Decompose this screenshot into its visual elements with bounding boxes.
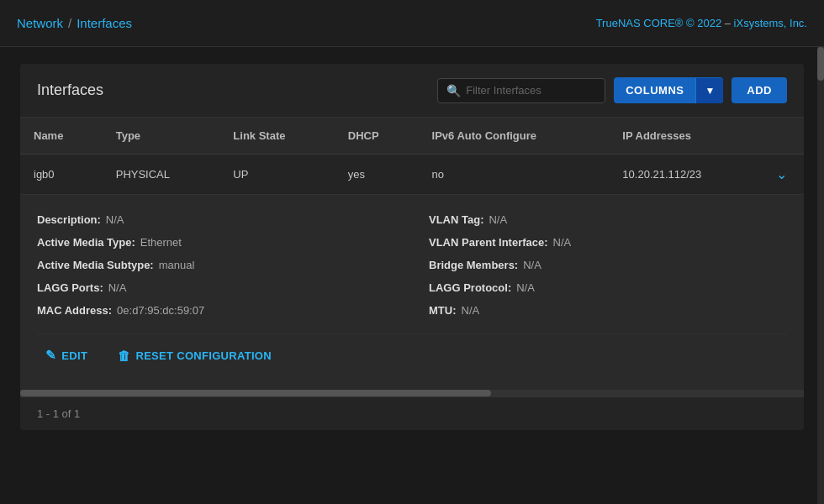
cell-expand[interactable]: ⌄: [763, 155, 804, 195]
col-ip-addresses: IP Addresses: [609, 118, 763, 155]
detail-active-media-type-value: Ethernet: [140, 236, 182, 249]
columns-button[interactable]: COLUMNS ▼: [614, 77, 723, 103]
detail-description-label: Description:: [37, 213, 101, 226]
breadcrumb-interfaces[interactable]: Interfaces: [77, 16, 132, 30]
detail-description: Description: N/A: [37, 210, 395, 229]
col-actions-header: [763, 118, 804, 155]
detail-mtu-label: MTU:: [429, 304, 457, 317]
cell-type: PHYSICAL: [103, 155, 220, 195]
detail-bridge-members-value: N/A: [523, 259, 541, 271]
cell-ipv6-auto: no: [419, 155, 610, 195]
cell-link-state: UP: [219, 155, 334, 195]
table-header-row: Name Type Link State DHCP IPv6 Auto Conf…: [20, 118, 804, 155]
detail-mac-label: MAC Address:: [37, 304, 112, 317]
detail-vlan-tag: VLAN Tag: N/A: [429, 210, 787, 229]
edit-label: EDIT: [61, 349, 87, 362]
detail-lagg-protocol-value: N/A: [516, 281, 535, 294]
detail-active-media-subtype-label: Active Media Subtype:: [37, 259, 154, 271]
detail-active-media-subtype: Active Media Subtype: manual: [37, 255, 395, 275]
reset-label: RESET CONFIGURATION: [135, 349, 271, 362]
cell-ip-addresses: 10.20.21.112/23: [609, 155, 763, 195]
breadcrumb-network[interactable]: Network: [17, 16, 63, 30]
detail-mtu: MTU: N/A: [429, 301, 787, 320]
add-button[interactable]: ADD: [732, 77, 787, 103]
col-type: Type: [103, 118, 220, 155]
edit-icon: ✎: [45, 348, 56, 363]
horizontal-scrollbar[interactable]: [20, 390, 804, 396]
card-header: Interfaces 🔍 COLUMNS ▼ ADD: [20, 64, 804, 118]
card-title: Interfaces: [37, 81, 103, 99]
detail-active-media-subtype-value: manual: [159, 259, 195, 271]
header-actions: 🔍 COLUMNS ▼ ADD: [437, 77, 787, 103]
col-link-state: Link State: [219, 118, 334, 155]
topbar-brand: TrueNAS CORE® © 2022 – iXsystems, Inc.: [596, 17, 807, 29]
detail-active-media-type-label: Active Media Type:: [37, 236, 135, 249]
table-row[interactable]: igb0 PHYSICAL UP yes no 10.20.21.112/23 …: [20, 155, 804, 195]
interfaces-table: Name Type Link State DHCP IPv6 Auto Conf…: [20, 118, 804, 390]
scrollbar-thumb[interactable]: [20, 390, 491, 396]
vertical-scrollbar-thumb[interactable]: [817, 47, 824, 81]
detail-lagg-protocol-label: LAGG Protocol:: [429, 281, 511, 294]
breadcrumb-separator: /: [68, 16, 71, 30]
search-box[interactable]: 🔍: [437, 78, 605, 103]
detail-vlan-parent-label: VLAN Parent Interface:: [429, 236, 548, 249]
detail-lagg-ports-value: N/A: [108, 281, 127, 294]
detail-lagg-ports: LAGG Ports: N/A: [37, 278, 395, 297]
detail-cell: Description: N/A VLAN Tag: N/A Active Me…: [20, 195, 804, 391]
expand-icon[interactable]: ⌄: [776, 166, 787, 182]
vertical-scrollbar[interactable]: [817, 47, 824, 504]
detail-lagg-protocol: LAGG Protocol: N/A: [429, 278, 787, 297]
columns-button-label: COLUMNS: [614, 77, 695, 103]
trash-icon: 🗑: [118, 349, 130, 363]
brand-link[interactable]: iXsystems, Inc.: [734, 17, 807, 29]
reset-config-button[interactable]: 🗑 RESET CONFIGURATION: [109, 343, 280, 368]
detail-mtu-value: N/A: [462, 304, 480, 317]
detail-row: Description: N/A VLAN Tag: N/A Active Me…: [20, 195, 804, 391]
detail-content: Description: N/A VLAN Tag: N/A Active Me…: [20, 195, 804, 390]
detail-grid: Description: N/A VLAN Tag: N/A Active Me…: [37, 210, 787, 320]
search-input[interactable]: [466, 84, 596, 97]
detail-mac-value: 0e:d7:95:dc:59:07: [117, 304, 204, 317]
detail-active-media-type: Active Media Type: Ethernet: [37, 233, 395, 252]
search-icon: 🔍: [446, 84, 461, 97]
interfaces-table-wrapper: Name Type Link State DHCP IPv6 Auto Conf…: [20, 118, 804, 390]
col-name: Name: [20, 118, 103, 155]
cell-name: igb0: [20, 155, 103, 195]
interfaces-card: Interfaces 🔍 COLUMNS ▼ ADD Name T: [20, 64, 804, 430]
detail-bridge-members: Bridge Members: N/A: [429, 255, 787, 275]
detail-vlan-tag-value: N/A: [489, 213, 507, 226]
detail-action-buttons: ✎ EDIT 🗑 RESET CONFIGURATION: [37, 333, 787, 381]
edit-button[interactable]: ✎ EDIT: [37, 343, 96, 368]
detail-mac: MAC Address: 0e:d7:95:dc:59:07: [37, 301, 395, 320]
col-ipv6-auto: IPv6 Auto Configure: [419, 118, 610, 155]
col-dhcp: DHCP: [335, 118, 419, 155]
detail-vlan-tag-label: VLAN Tag:: [429, 213, 483, 226]
table-footer: 1 - 1 of 1: [20, 396, 804, 430]
detail-vlan-parent: VLAN Parent Interface: N/A: [429, 233, 787, 252]
topbar: Network / Interfaces TrueNAS CORE® © 202…: [0, 0, 824, 47]
pagination-label: 1 - 1 of 1: [37, 407, 80, 420]
detail-vlan-parent-value: N/A: [553, 236, 572, 249]
detail-lagg-ports-label: LAGG Ports:: [37, 281, 103, 294]
breadcrumb: Network / Interfaces: [17, 16, 132, 30]
detail-description-value: N/A: [106, 213, 124, 226]
detail-bridge-members-label: Bridge Members:: [429, 259, 518, 271]
main-content: Interfaces 🔍 COLUMNS ▼ ADD Name T: [0, 47, 824, 447]
columns-dropdown-arrow[interactable]: ▼: [695, 78, 723, 103]
cell-dhcp: yes: [335, 155, 419, 195]
